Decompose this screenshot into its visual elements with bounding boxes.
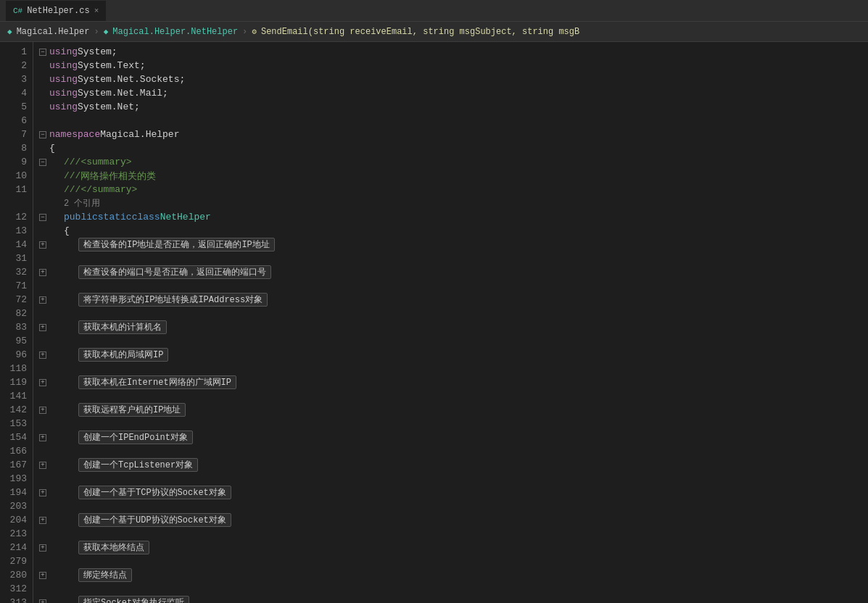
fold-indicator[interactable]: + <box>38 431 48 444</box>
fold-indicator <box>38 197 48 210</box>
line-number: 72 <box>0 293 33 307</box>
code-line <box>33 307 868 320</box>
line-number: 313 <box>0 596 33 603</box>
collapsed-block[interactable]: 获取远程客户机的IP地址 <box>78 403 186 417</box>
fold-indicator[interactable]: + <box>38 294 48 307</box>
fold-indicator[interactable]: + <box>38 596 48 604</box>
title-bar: C# NetHelper.cs × <box>0 0 868 22</box>
fold-indicator <box>38 335 48 348</box>
line-number: 142 <box>0 403 33 417</box>
fold-indicator[interactable]: + <box>38 349 48 362</box>
collapsed-block[interactable]: 检查设备的端口号是否正确，返回正确的端口号 <box>78 265 271 279</box>
line-number: 5 <box>0 100 33 114</box>
token: System.Net.Mail; <box>78 88 168 99</box>
line-number: 95 <box>0 334 33 348</box>
collapsed-block[interactable]: 获取本机的局域网IP <box>78 348 168 362</box>
breadcrumb-mid-icon: ◆ <box>104 27 109 36</box>
code-line: +获取本地终结点 <box>33 541 868 554</box>
code-line: +创建一个基于TCP协议的Socket对象 <box>33 486 868 499</box>
token: using <box>49 74 78 85</box>
collapsed-block[interactable]: 获取本地终结点 <box>78 541 149 554</box>
code-line <box>33 362 868 375</box>
fold-indicator[interactable]: − <box>38 211 48 224</box>
code-line: { <box>33 224 868 238</box>
collapsed-block[interactable]: 将字符串形式的IP地址转换成IPAddress对象 <box>78 293 268 307</box>
code-line: using System.Net.Sockets; <box>33 72 868 86</box>
token: 网络操作相关的类 <box>80 170 156 183</box>
collapsed-block[interactable]: 创建一个基于UDP协议的Socket对象 <box>78 513 231 527</box>
token: { <box>64 225 70 236</box>
breadcrumb-mid[interactable]: Magical.Helper.NetHelper <box>112 27 238 37</box>
collapsed-block[interactable]: 检查设备的IP地址是否正确，返回正确的IP地址 <box>78 238 275 251</box>
token: namespace <box>49 129 100 140</box>
editor-tab[interactable]: C# NetHelper.cs × <box>6 1 106 21</box>
line-number: 4 <box>0 86 33 100</box>
breadcrumb-right-icon: ⚙ <box>252 27 257 36</box>
fold-indicator[interactable]: − <box>38 128 48 141</box>
line-number: 71 <box>0 279 33 293</box>
fold-indicator <box>38 528 48 541</box>
code-line: +将字符串形式的IP地址转换成IPAddress对象 <box>33 293 868 307</box>
line-number: 214 <box>0 541 33 554</box>
fold-indicator[interactable]: + <box>38 321 48 334</box>
code-line: +获取远程客户机的IP地址 <box>33 403 868 417</box>
line-number: 154 <box>0 431 33 444</box>
line-number: 203 <box>0 499 33 513</box>
code-line <box>33 444 868 458</box>
fold-indicator[interactable]: + <box>38 569 48 582</box>
code-line: −using System; <box>33 45 868 59</box>
fold-indicator <box>38 225 48 238</box>
fold-indicator[interactable]: + <box>38 459 48 472</box>
line-number <box>0 196 33 210</box>
fold-indicator[interactable]: + <box>38 514 48 527</box>
token: System.Net; <box>78 101 140 112</box>
collapsed-block[interactable]: 绑定终结点 <box>78 568 132 582</box>
line-number: 153 <box>0 417 33 431</box>
collapsed-block[interactable]: 创建一个TcpListener对象 <box>78 458 198 472</box>
token: Magical.Helper <box>100 129 179 140</box>
line-number: 166 <box>0 444 33 458</box>
fold-indicator <box>38 87 48 100</box>
fold-indicator[interactable]: + <box>38 486 48 499</box>
fold-indicator <box>38 500 48 513</box>
code-line <box>33 527 868 541</box>
token: <summary> <box>80 157 131 167</box>
fold-indicator[interactable]: + <box>38 376 48 389</box>
fold-indicator <box>38 183 48 196</box>
line-number: 3 <box>0 72 33 86</box>
fold-indicator[interactable]: + <box>38 238 48 251</box>
fold-indicator[interactable]: + <box>38 541 48 554</box>
collapsed-block[interactable]: 获取本机在Internet网络的广域网IP <box>78 375 236 389</box>
line-number: 9 <box>0 155 33 169</box>
code-line: −namespace Magical.Helper <box>33 128 868 141</box>
breadcrumb-left[interactable]: Magical.Helper <box>17 27 90 37</box>
token: class <box>132 212 160 223</box>
code-line <box>33 472 868 486</box>
collapsed-block[interactable]: 获取本机的计算机名 <box>78 320 167 334</box>
line-number: 167 <box>0 458 33 472</box>
collapsed-block[interactable]: 创建一个IPEndPoint对象 <box>78 431 193 444</box>
line-number: 7 <box>0 128 33 141</box>
fold-indicator <box>38 390 48 403</box>
fold-indicator <box>38 583 48 596</box>
breadcrumb-method[interactable]: SendEmail(string receiveEmail, string ms… <box>261 27 579 37</box>
fold-indicator <box>38 59 48 72</box>
fold-indicator[interactable]: − <box>38 156 48 169</box>
close-icon[interactable]: × <box>94 7 99 15</box>
fold-indicator <box>38 252 48 265</box>
fold-indicator <box>38 307 48 320</box>
editor: 1234567891011121314313271728283959611811… <box>0 42 868 603</box>
fold-indicator <box>38 555 48 568</box>
line-number: 1 <box>0 45 33 59</box>
code-line <box>33 279 868 293</box>
code-line: using System.Net.Mail; <box>33 86 868 100</box>
line-number: 13 <box>0 224 33 238</box>
fold-indicator[interactable]: + <box>38 404 48 417</box>
fold-indicator[interactable]: − <box>38 46 48 59</box>
line-number: 213 <box>0 527 33 541</box>
fold-indicator[interactable]: + <box>38 266 48 279</box>
line-numbers: 1234567891011121314313271728283959611811… <box>0 42 33 603</box>
fold-indicator <box>38 280 48 293</box>
collapsed-block[interactable]: 指定Socket对象执行监听 <box>78 596 189 603</box>
collapsed-block[interactable]: 创建一个基于TCP协议的Socket对象 <box>78 486 231 499</box>
